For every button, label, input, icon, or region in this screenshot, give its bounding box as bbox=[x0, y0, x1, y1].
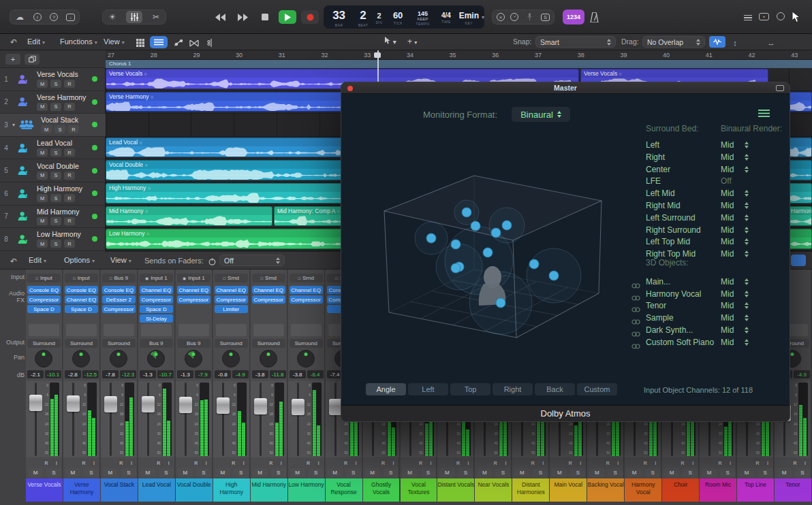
track-header[interactable]: 2Verse HarmonyMSR bbox=[0, 91, 106, 114]
output-slot-button[interactable]: Surround bbox=[102, 339, 136, 348]
input-slot-button[interactable]: □Bus 9 bbox=[102, 274, 136, 282]
input-monitor-button[interactable]: I bbox=[464, 459, 472, 466]
solo-button[interactable]: S bbox=[271, 468, 286, 477]
fast-forward-button[interactable] bbox=[234, 10, 251, 24]
mic-icon[interactable] bbox=[525, 12, 535, 22]
regions-view-icon[interactable] bbox=[150, 36, 168, 48]
input-slot-button[interactable]: ◉Input 1 bbox=[140, 274, 173, 282]
mute-button[interactable]: M bbox=[365, 468, 380, 477]
audio-fx-plugin-button[interactable]: Compressor bbox=[140, 295, 173, 304]
solo-button[interactable]: S bbox=[758, 468, 772, 477]
audio-fx-plugin-button[interactable]: Compressor bbox=[102, 305, 136, 313]
automation-icon[interactable] bbox=[173, 37, 184, 48]
input-monitor-button[interactable]: I bbox=[315, 459, 323, 466]
track-header[interactable]: 7Mid HarmonyMSR bbox=[0, 206, 106, 229]
channel-name-label[interactable]: Near Vocals bbox=[475, 478, 512, 502]
input-monitor-button[interactable]: I bbox=[277, 459, 285, 466]
record-button[interactable]: R bbox=[753, 459, 762, 466]
solo-button[interactable]: S bbox=[309, 468, 324, 477]
view-button-top[interactable]: Top bbox=[450, 383, 490, 395]
input-monitor-button[interactable]: I bbox=[52, 459, 61, 466]
audio-object-dot[interactable] bbox=[549, 271, 559, 280]
render-stepper[interactable] bbox=[745, 214, 749, 221]
channel-name-label[interactable]: Choir bbox=[662, 478, 699, 502]
channel-strip[interactable]: □InputConsole EQChannel EQSpace DSurroun… bbox=[63, 270, 100, 478]
record-button[interactable]: R bbox=[267, 459, 275, 466]
playhead-handle[interactable] bbox=[374, 52, 381, 58]
pan-knob[interactable] bbox=[147, 350, 165, 368]
pan-knob[interactable] bbox=[35, 350, 52, 368]
audio-fx-plugin-button[interactable]: Space D bbox=[140, 305, 173, 313]
record-enable-dot[interactable] bbox=[92, 145, 97, 150]
mute-button[interactable]: M bbox=[439, 468, 454, 477]
atmos-plugin-window[interactable]: Master Monitoring Format: Binaural Surro… bbox=[341, 82, 790, 422]
channel-name-label[interactable]: Verse Harmony bbox=[63, 478, 100, 502]
record-button[interactable]: R bbox=[42, 459, 50, 466]
channel-name-label[interactable]: Vocal Response bbox=[326, 478, 362, 502]
input-monitor-button[interactable]: I bbox=[202, 459, 210, 466]
mute-button[interactable]: M bbox=[178, 468, 193, 477]
audio-object-dot[interactable] bbox=[426, 233, 436, 243]
solo-button[interactable]: S bbox=[533, 468, 548, 477]
fader-handle[interactable] bbox=[329, 399, 342, 415]
audio-fx-plugin-button[interactable]: Compressor bbox=[290, 295, 323, 304]
m-button[interactable]: M bbox=[41, 125, 52, 133]
send-slot[interactable] bbox=[178, 324, 209, 336]
power-icon[interactable] bbox=[206, 256, 217, 267]
snap-dropdown[interactable]: Smart bbox=[535, 36, 616, 48]
record-enable-dot[interactable] bbox=[92, 236, 97, 242]
m-button[interactable]: M bbox=[37, 148, 48, 157]
view-button-back[interactable]: Back bbox=[535, 383, 575, 395]
pan-knob[interactable] bbox=[110, 350, 127, 368]
view-button-custom[interactable]: Custom bbox=[577, 383, 617, 395]
mixer-menu-view[interactable]: View ▾ bbox=[110, 256, 131, 264]
record-button[interactable]: R bbox=[417, 459, 425, 466]
m-button[interactable]: M bbox=[37, 80, 48, 88]
input-slot-button[interactable]: □Input bbox=[65, 274, 98, 282]
mute-button[interactable]: M bbox=[403, 468, 418, 477]
input-monitor-button[interactable]: I bbox=[390, 459, 398, 466]
mute-button[interactable]: M bbox=[552, 468, 567, 477]
channel-name-label[interactable]: Tenor bbox=[775, 478, 811, 502]
tuner-icon[interactable] bbox=[510, 13, 518, 21]
list-icon[interactable] bbox=[743, 12, 753, 23]
record-button[interactable]: R bbox=[454, 459, 462, 466]
input-slot-button[interactable]: □Srnd bbox=[215, 274, 248, 282]
channel-name-label[interactable]: Lead Vocal bbox=[138, 478, 175, 502]
solo-button[interactable]: S bbox=[421, 468, 436, 477]
record-enable-dot[interactable] bbox=[92, 122, 97, 127]
audio-fx-plugin-button[interactable]: Space D bbox=[27, 305, 61, 313]
input-monitor-button[interactable]: I bbox=[764, 459, 772, 466]
channel-strip[interactable]: ◉Input 1Channel EQCompressorSpace DSt-De… bbox=[138, 270, 175, 478]
render-stepper[interactable] bbox=[745, 314, 749, 321]
help-icon[interactable]: ? bbox=[50, 13, 58, 21]
record-button[interactable] bbox=[301, 10, 319, 24]
audio-fx-plugin-button[interactable]: Channel EQ bbox=[65, 295, 98, 304]
channel-name-label[interactable]: Harmony Vocal bbox=[625, 478, 661, 502]
render-stepper[interactable] bbox=[745, 327, 749, 333]
audio-fx-plugin-button[interactable]: Channel EQ bbox=[290, 286, 323, 294]
audio-fx-plugin-button[interactable]: Space D bbox=[65, 305, 98, 313]
count-in-button[interactable]: 1234 bbox=[563, 10, 584, 25]
lcd-chevron-icon[interactable]: ▾ bbox=[482, 14, 484, 20]
render-stepper[interactable] bbox=[745, 302, 749, 309]
track-header[interactable]: 3▾Vocal StackMSR bbox=[0, 114, 106, 137]
solo-button[interactable]: S bbox=[84, 468, 99, 477]
solo-button[interactable]: S bbox=[720, 468, 735, 477]
audio-fx-plugin-button[interactable]: Channel EQ bbox=[215, 286, 248, 294]
audio-object-dot[interactable] bbox=[529, 259, 539, 269]
input-monitor-button[interactable]: I bbox=[576, 459, 584, 466]
render-stepper[interactable] bbox=[745, 190, 749, 197]
track-header[interactable]: 5Vocal DoubleMSR bbox=[0, 159, 106, 182]
s-button[interactable]: S bbox=[54, 125, 65, 133]
input-monitor-button[interactable]: I bbox=[726, 459, 734, 466]
record-button[interactable]: R bbox=[491, 459, 499, 466]
mixer-menu-options[interactable]: Options ▾ bbox=[64, 256, 95, 264]
command-tool-menu[interactable]: + ▾ bbox=[407, 37, 417, 46]
audio-object-dot[interactable] bbox=[502, 221, 512, 230]
r-button[interactable]: R bbox=[68, 125, 79, 133]
sound-library-icon[interactable]: ☁ bbox=[14, 12, 25, 22]
audio-object-dot[interactable] bbox=[471, 221, 480, 231]
input-monitor-button[interactable]: I bbox=[127, 459, 136, 466]
s-button[interactable]: S bbox=[50, 217, 61, 225]
